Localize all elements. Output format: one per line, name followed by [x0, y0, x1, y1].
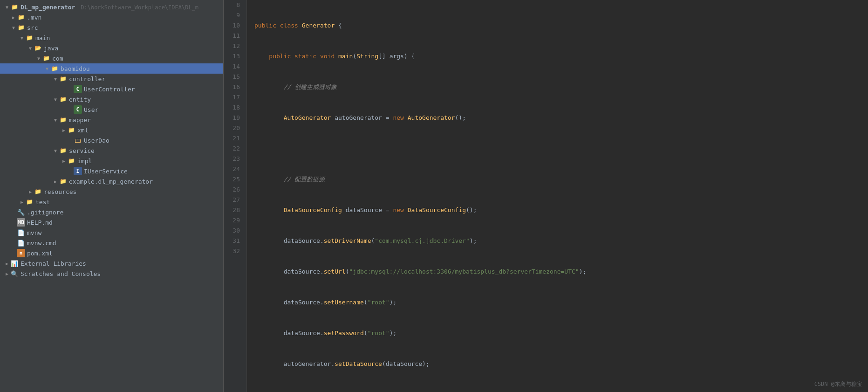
- folder-icon: 📁: [59, 177, 67, 186]
- sidebar-item-scratches[interactable]: ▶ 🔍 Scratches and Consoles: [0, 268, 223, 279]
- sidebar-item-helpmd[interactable]: ▶ MD HELP.md: [0, 217, 223, 227]
- folder-icon: 📁: [25, 34, 34, 42]
- sidebar-item-example[interactable]: ▶ 📁 example.dl_mp_generator: [0, 176, 223, 186]
- line-number-24: 24: [224, 164, 243, 174]
- code-line-13: // 配置数据源: [254, 174, 868, 185]
- sidebar-item-com[interactable]: ▼ 📁 com: [0, 53, 223, 63]
- line-number-18: 18: [224, 103, 243, 113]
- sidebar-item-main[interactable]: ▼ 📁 main: [0, 33, 223, 43]
- line-number-31: 31: [224, 236, 243, 246]
- sidebar-item-impl[interactable]: ▶ 📁 impl: [0, 156, 223, 166]
- code-line-14: DataSourceConfig dataSource = new DataSo…: [254, 205, 868, 215]
- item-label: test: [35, 199, 50, 206]
- sidebar-item-resources[interactable]: ▶ 📁 resources: [0, 186, 223, 197]
- code-line-8: public class Generator {: [254, 21, 868, 31]
- line-number-23: 23: [224, 154, 243, 164]
- sidebar-item-test[interactable]: ▶ 📁 test: [0, 197, 223, 207]
- sidebar-item-mvnw[interactable]: ▶ 📄 mvnw: [0, 227, 223, 238]
- sidebar-item-mvn[interactable]: ▶ 📁 .mvn: [0, 12, 223, 22]
- item-label: java: [44, 45, 58, 52]
- line-number-21: 21: [224, 133, 243, 144]
- root-folder-icon: 📁: [10, 3, 19, 11]
- sidebar-item-pomxml[interactable]: ▶ m pom.xml: [0, 248, 223, 258]
- class-icon: C: [74, 105, 82, 114]
- sidebar-item-user[interactable]: ▶ C User: [0, 104, 223, 115]
- sidebar-item-external-libraries[interactable]: ▶ 📊 External Libraries: [0, 258, 223, 268]
- line-number-32: 32: [224, 246, 243, 256]
- item-label: main: [35, 34, 50, 41]
- item-label: mvnw.cmd: [27, 240, 56, 247]
- sidebar-item-gitignore[interactable]: ▶ 🔧 .gitignore: [0, 207, 223, 217]
- sidebar-item-service[interactable]: ▼ 📁 service: [0, 145, 223, 156]
- item-label: mvnw: [27, 229, 41, 236]
- folder-icon: 📁: [17, 23, 25, 32]
- item-label: impl: [77, 158, 92, 165]
- line-number-25: 25: [224, 174, 243, 185]
- item-label: baomidou: [61, 65, 90, 72]
- sidebar-item-userdao[interactable]: ▶ 🗃 UserDao: [0, 135, 223, 145]
- sidebar-item-entity[interactable]: ▼ 📁 entity: [0, 94, 223, 104]
- sidebar-item-baomidou[interactable]: ▼ 📁 baomidou: [0, 63, 223, 74]
- item-label: service: [69, 147, 95, 154]
- folder-icon: 📁: [34, 187, 42, 196]
- line-number-13: 13: [224, 51, 243, 62]
- folder-icon: 📁: [67, 157, 75, 165]
- sidebar-item-iuserservice[interactable]: ▶ I IUserService: [0, 166, 223, 176]
- line-number-20: 20: [224, 123, 243, 133]
- item-label: External Libraries: [21, 260, 86, 267]
- item-label: .mvn: [27, 14, 41, 21]
- item-label: controller: [69, 76, 105, 83]
- item-label: IUserService: [84, 168, 128, 175]
- sidebar-item-controller[interactable]: ▼ 📁 controller: [0, 74, 223, 84]
- sidebar-item-usercontroller[interactable]: ▶ C UserController: [0, 84, 223, 94]
- line-number-28: 28: [224, 205, 243, 215]
- root-label: DL_mp_generator D:\WorkSoftware_Workplac…: [21, 4, 198, 11]
- libraries-icon: 📊: [10, 259, 19, 268]
- line-number-27: 27: [224, 195, 243, 205]
- root-arrow[interactable]: ▼: [4, 5, 10, 10]
- line-number-16: 16: [224, 82, 243, 92]
- code-line-19: autoGenerator.setDataSource(dataSource);: [254, 359, 868, 369]
- sidebar-item-src[interactable]: ▼ 📁 src: [0, 22, 223, 33]
- code-content[interactable]: public class Generator { public static v…: [247, 0, 868, 392]
- code-editor[interactable]: ▶ 8 ▶ 9 10 11 12 13 14 15 16 17 18 19 20…: [224, 0, 868, 392]
- line-number-30: 30: [224, 226, 243, 236]
- line-number-29: 29: [224, 215, 243, 226]
- scratches-icon: 🔍: [10, 269, 19, 278]
- folder-icon: 📁: [67, 126, 75, 134]
- folder-icon: 📁: [59, 75, 67, 83]
- gitignore-icon: 🔧: [17, 208, 25, 216]
- sidebar-item-mapper[interactable]: ▼ 📁 mapper: [0, 115, 223, 125]
- folder-icon: 📁: [25, 198, 34, 206]
- code-line-11: AutoGenerator autoGenerator = new AutoGe…: [254, 113, 868, 123]
- sidebar-item-mvnwcmd[interactable]: ▶ 📄 mvnw.cmd: [0, 238, 223, 248]
- mvnw-icon: 📄: [17, 228, 25, 237]
- interface-icon: I: [74, 167, 82, 175]
- line-number-12: 12: [224, 41, 243, 51]
- line-number-26: 26: [224, 185, 243, 195]
- item-label: pom.xml: [27, 250, 53, 257]
- line-number-14: 14: [224, 62, 243, 72]
- line-number-22: 22: [224, 144, 243, 154]
- code-line-20: [254, 390, 868, 392]
- line-number-17: 17: [224, 92, 243, 103]
- item-label: HELP.md: [27, 219, 53, 226]
- sidebar-item-java[interactable]: ▼ 📂 java: [0, 43, 223, 53]
- md-icon: MD: [17, 218, 25, 227]
- code-line-12: [254, 144, 868, 154]
- dao-icon: 🗃: [74, 136, 82, 144]
- sidebar-item-xml[interactable]: ▶ 📁 xml: [0, 125, 223, 135]
- file-tree[interactable]: ▼ 📁 DL_mp_generator D:\WorkSoftware_Work…: [0, 0, 224, 392]
- code-line-9: public static void main(String[] args) {: [254, 51, 868, 62]
- line-number-15: 15: [224, 72, 243, 82]
- code-line-17: dataSource.setUsername("root");: [254, 297, 868, 308]
- tree-root[interactable]: ▼ 📁 DL_mp_generator D:\WorkSoftware_Work…: [0, 2, 223, 12]
- code-line-10: // 创建生成器对象: [254, 82, 868, 92]
- folder-icon: 📁: [59, 95, 67, 103]
- item-label: xml: [77, 127, 88, 134]
- item-label: .gitignore: [27, 209, 63, 216]
- item-label: entity: [69, 96, 91, 103]
- folder-icon: 📁: [42, 54, 50, 62]
- item-label: Scratches and Consoles: [21, 270, 101, 277]
- folder-icon: 📁: [59, 116, 67, 124]
